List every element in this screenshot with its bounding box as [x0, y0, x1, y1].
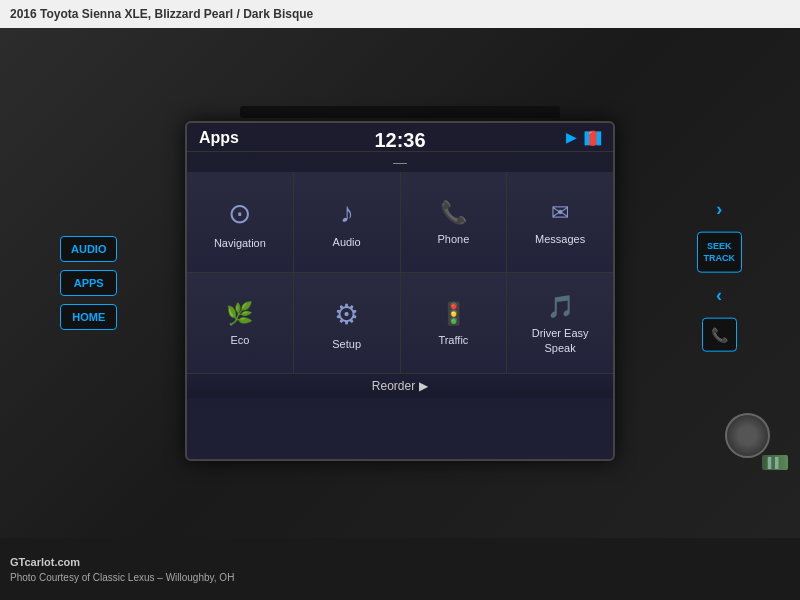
page-title: 2016 Toyota Sienna XLE, Blizzard Pearl /… [10, 7, 313, 21]
reorder-arrow: ▶ [419, 379, 428, 393]
green-logo-badge: ▌▌ [762, 455, 788, 470]
watermark: GTcarlot.com [10, 556, 790, 568]
apps-button[interactable]: APPS [60, 270, 117, 296]
messages-app[interactable]: ✉ Messages [507, 172, 613, 272]
audio-button[interactable]: AUDIO [60, 236, 117, 262]
reorder-label: Reorder [372, 379, 415, 393]
photo-credit: Photo Courtesy of Classic Lexus – Willou… [10, 572, 790, 583]
apps-grid: ⊙ Navigation ♪ Audio 📞 Phone ✉ Messages [187, 172, 613, 373]
audio-app[interactable]: ♪ Audio [294, 172, 400, 272]
screen-bottom-bar: Reorder ▶ [187, 373, 613, 398]
home-button[interactable]: HOME [60, 304, 117, 330]
audio-label: Audio [333, 235, 361, 249]
setup-app[interactable]: ⚙ Setup [294, 273, 400, 373]
left-controls: AUDIO APPS HOME [60, 236, 117, 330]
eco-icon: 🌿 [226, 301, 253, 327]
outer-container: 2016 Toyota Sienna XLE, Blizzard Pearl /… [0, 0, 800, 600]
setup-icon: ⚙ [334, 298, 359, 331]
traffic-label: Traffic [438, 333, 468, 347]
apps-label: Apps [199, 129, 239, 147]
traffic-app[interactable]: 🚦 Traffic [401, 273, 507, 373]
divider-bar: — [187, 154, 613, 170]
right-controls: › SEEKTRACK › 📞 [697, 199, 743, 352]
seek-forward-button[interactable]: › [716, 199, 722, 220]
clock: 12:36 [374, 129, 425, 152]
play-pause-button[interactable]: ▶ ❚❚ [566, 129, 605, 145]
dashboard: AUDIO APPS HOME Apps 12:36 🔴 ▶ ❚❚ — [0, 28, 800, 538]
navigation-label: Navigation [214, 236, 266, 250]
reorder-button[interactable]: Reorder ▶ [372, 379, 428, 393]
messages-icon: ✉ [551, 200, 569, 226]
phone-icon: 📞 [440, 200, 467, 226]
screen-wrapper: Apps 12:36 🔴 ▶ ❚❚ — ⊙ Navigation ♪ Audio [185, 106, 615, 461]
eco-label: Eco [230, 333, 249, 347]
driver-easy-speak-app[interactable]: 🎵 Driver EasySpeak [507, 273, 613, 373]
screen-header: Apps 12:36 🔴 ▶ ❚❚ [187, 123, 613, 152]
seek-track-button[interactable]: SEEKTRACK [697, 232, 743, 273]
bottom-bar: GTcarlot.com Photo Courtesy of Classic L… [0, 538, 800, 600]
traffic-icon: 🚦 [440, 301, 467, 327]
setup-label: Setup [332, 337, 361, 351]
eco-app[interactable]: 🌿 Eco [187, 273, 293, 373]
phone-right-button[interactable]: 📞 [702, 318, 737, 352]
navigation-icon: ⊙ [228, 197, 251, 230]
audio-icon: ♪ [340, 197, 354, 229]
navigation-app[interactable]: ⊙ Navigation [187, 172, 293, 272]
messages-label: Messages [535, 232, 585, 246]
volume-knob[interactable] [725, 413, 770, 458]
driver-easy-speak-icon: 🎵 [547, 294, 574, 320]
phone-label: Phone [437, 232, 469, 246]
seek-back-button[interactable]: › [716, 285, 722, 306]
phone-app[interactable]: 📞 Phone [401, 172, 507, 272]
infotainment-screen[interactable]: Apps 12:36 🔴 ▶ ❚❚ — ⊙ Navigation ♪ Audio [185, 121, 615, 461]
driver-easy-speak-label: Driver EasySpeak [532, 326, 589, 355]
cd-slot [240, 106, 560, 118]
top-bar: 2016 Toyota Sienna XLE, Blizzard Pearl /… [0, 0, 800, 28]
